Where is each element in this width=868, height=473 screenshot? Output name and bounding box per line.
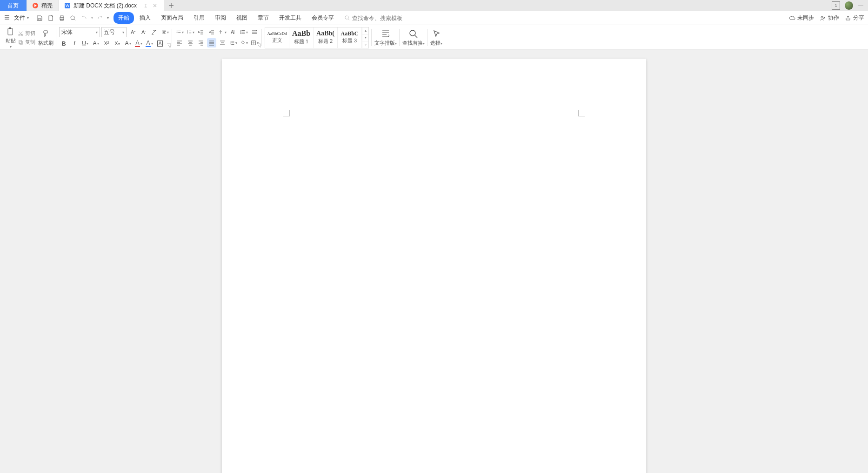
grow-font-button[interactable]: A+ [128,27,137,37]
cut-icon [18,30,24,36]
superscript-button[interactable]: X² [102,39,111,48]
sort-button[interactable] [218,27,227,37]
bold-button[interactable]: B [59,39,68,48]
paragraph-dialog-launcher[interactable] [256,43,261,48]
group-styles: AaBbCcDd 正文 AaBb 标题 1 AaBb( 标题 2 AaBbC 标… [262,27,372,48]
svg-rect-16 [19,40,22,43]
tab-close-icon[interactable] [152,2,158,9]
qa-print-preview-icon[interactable] [47,14,55,22]
paragraph-spacing-button[interactable] [228,38,238,47]
increase-indent-button[interactable] [207,27,216,37]
align-right-button[interactable] [196,38,206,47]
numbering-button[interactable]: 12 [186,27,195,37]
font-color-button[interactable]: A [145,39,154,48]
window-count-badge[interactable]: 1 [832,1,840,10]
text-layout-icon [381,29,391,39]
menutab-devtools[interactable]: 开发工具 [274,12,306,24]
bullets-button[interactable] [175,27,184,37]
qa-preview-icon[interactable] [69,14,77,22]
style-heading3[interactable]: AaBbC 标题 3 [338,27,362,48]
titlebar: 首页 稻壳 W 新建 DOCX 文档 (2).docx 1 — [0,0,868,11]
word-doc-icon: W [64,2,71,9]
tab-document[interactable]: W 新建 DOCX 文档 (2).docx [59,0,164,11]
window-minimize-icon[interactable]: — [858,2,863,9]
style-normal[interactable]: AaBbCcDd 正文 [265,27,289,48]
file-menu-button[interactable]: 文件 ▾ [14,14,29,22]
style-heading1[interactable]: AaBb 标题 1 [289,27,314,48]
underline-button[interactable]: U [80,39,90,48]
search-icon [344,15,350,21]
svg-text:变: 变 [161,30,166,34]
font-dialog-launcher[interactable] [167,43,171,48]
styles-scroll-up[interactable]: ▴ [362,27,368,34]
cut-button[interactable]: 剪切 [18,30,35,37]
command-search[interactable] [344,15,417,21]
svg-rect-17 [20,41,23,44]
share-button[interactable]: 分享 [845,14,864,22]
font-name-combo[interactable]: 宋体▾ [59,27,100,37]
qa-redo-icon[interactable] [96,14,104,22]
text-direction-button[interactable]: A [228,27,238,37]
menutab-insert[interactable]: 插入 [135,12,155,24]
tab-pin-icon[interactable] [142,2,149,9]
font-size-combo[interactable]: 五号▾ [101,27,127,37]
menutab-review[interactable]: 审阅 [210,12,231,24]
italic-button[interactable]: I [70,39,79,48]
decrease-indent-button[interactable] [196,27,206,37]
document-page[interactable] [222,59,646,473]
line-spacing-button[interactable] [239,27,248,37]
text-effects-button[interactable]: A [123,39,133,48]
styles-scroll-down[interactable]: ▾ [362,34,368,41]
svg-rect-3 [38,19,41,20]
user-avatar[interactable] [845,1,853,10]
qa-undo-dropdown[interactable]: ▾ [91,16,93,20]
svg-point-28 [256,30,257,31]
style-heading2[interactable]: AaBb( 标题 2 [314,27,338,48]
show-marks-button[interactable] [250,27,259,37]
qa-print-icon[interactable] [58,14,66,22]
strikethrough-button[interactable]: A [91,39,100,48]
text-layout-button[interactable]: 文字排版▾ [374,29,397,47]
svg-point-23 [176,31,177,32]
styles-scroll: ▴ ▾ ▿ [362,27,368,48]
highlight-button[interactable]: A [134,39,143,48]
clear-format-button[interactable] [149,27,159,37]
qa-save-icon[interactable] [35,14,44,22]
svg-text:A: A [231,30,234,35]
hamburger-icon[interactable] [4,14,10,22]
styles-expand[interactable]: ▿ [362,41,368,48]
menutab-start[interactable]: 开始 [114,12,134,24]
command-search-input[interactable] [352,15,417,21]
collab-button[interactable]: 协作 [820,14,839,22]
shading-button[interactable] [239,38,248,47]
tab-add-button[interactable] [164,0,178,11]
menutab-member[interactable]: 会员专享 [307,12,339,24]
distribute-button[interactable] [218,38,227,47]
group-paragraph: 12 A [172,27,262,48]
menutab-references[interactable]: 引用 [189,12,209,24]
paste-button[interactable]: 粘贴▾ [6,27,16,49]
menutab-pagelayout[interactable]: 页面布局 [156,12,188,24]
character-border-button[interactable]: A [155,39,165,48]
phonetic-guide-button[interactable]: 变 [160,27,169,37]
subscript-button[interactable]: X₂ [113,39,122,48]
select-button[interactable]: 选择▾ [430,29,442,47]
menutab-view[interactable]: 视图 [232,12,252,24]
align-justify-button[interactable] [207,38,216,47]
copy-button[interactable]: 复制 [18,39,35,46]
tab-home[interactable]: 首页 [0,0,27,11]
shrink-font-button[interactable]: A- [139,27,148,37]
menutab-chapter[interactable]: 章节 [253,12,274,24]
align-center-button[interactable] [186,38,195,47]
sync-status[interactable]: 未同步 [789,14,814,22]
find-replace-button[interactable]: 查找替换▾ [402,29,425,47]
align-left-button[interactable] [175,38,184,47]
tab-dokit[interactable]: 稻壳 [27,0,59,11]
group-text-layout: 文字排版▾ [372,27,400,48]
tab-document-label: 新建 DOCX 文档 (2).docx [73,2,137,10]
format-painter-button[interactable]: 格式刷 [38,29,53,47]
paste-icon [6,27,16,37]
qa-undo-icon[interactable] [80,14,88,22]
qa-more-dropdown[interactable]: ▾ [107,16,109,20]
document-workspace[interactable] [0,49,868,473]
